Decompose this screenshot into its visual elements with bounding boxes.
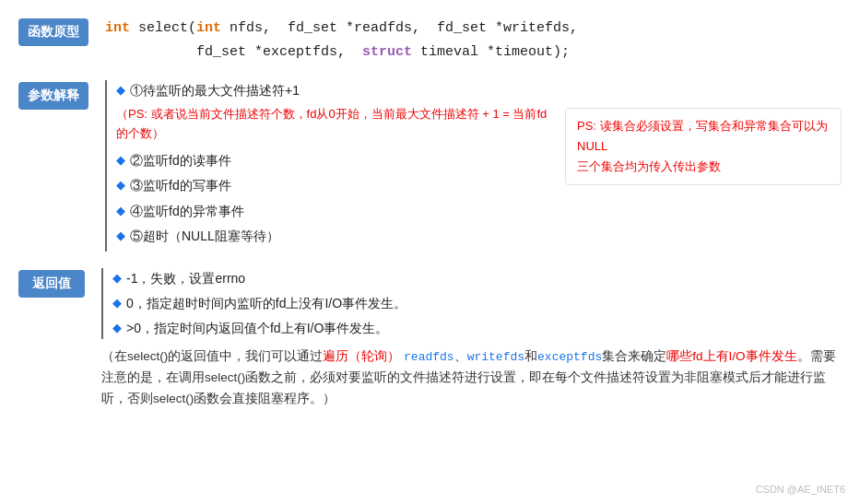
param-2-text: ②监听fd的读事件 bbox=[130, 150, 231, 170]
code-block: int select(int nfds, fd_set *readfds, fd… bbox=[105, 17, 842, 64]
diamond-1: ◆ bbox=[116, 81, 125, 100]
hl-which-fd: 哪些fd上有I/O事件发生 bbox=[666, 349, 796, 363]
ps-box-line1: PS: 读集合必须设置，写集合和异常集合可以为 NULL bbox=[577, 119, 828, 153]
ps-box-line2: 三个集合均为传入传出参数 bbox=[577, 159, 721, 173]
return-item-2: ◆ 0，指定超时时间内监听的fd上没有I/O事件发生。 bbox=[112, 293, 842, 313]
code-line2-indent: fd_set *exceptfds, bbox=[105, 44, 362, 60]
diamond-4: ◆ bbox=[116, 202, 125, 221]
param-item-3: ◆ ③监听fd的写事件 bbox=[116, 175, 548, 195]
return-2-text: 0，指定超时时间内监听的fd上没有I/O事件发生。 bbox=[126, 293, 406, 313]
params-content: ◆ ①待监听的最大文件描述符+1 （PS: 或者说当前文件描述符个数，fd从0开… bbox=[105, 80, 842, 252]
ret-diamond-3: ◆ bbox=[112, 319, 122, 338]
prototype-label: 函数原型 bbox=[18, 18, 88, 46]
return-content: ◆ -1，失败，设置errno ◆ 0，指定超时时间内监听的fd上没有I/O事件… bbox=[101, 268, 842, 410]
return-section: 返回值 ◆ -1，失败，设置errno ◆ 0，指定超时时间内监听的fd上没有I… bbox=[18, 268, 842, 410]
param-4-text: ④监听fd的异常事件 bbox=[130, 201, 244, 221]
hl-exceptfds: exceptfds bbox=[537, 350, 602, 364]
return-item-1: ◆ -1，失败，设置errno bbox=[112, 268, 842, 288]
params-section: 参数解释 ◆ ①待监听的最大文件描述符+1 （PS: 或者说当前文件描述符个数，… bbox=[18, 80, 842, 252]
param-5-text: ⑤超时（NULL阻塞等待） bbox=[130, 226, 279, 246]
diamond-5: ◆ bbox=[116, 227, 125, 246]
prototype-content: int select(int nfds, fd_set *readfds, fd… bbox=[105, 17, 842, 64]
code-int-1: int bbox=[105, 20, 130, 36]
ps-note-inline: （PS: 或者说当前文件描述符个数，fd从0开始，当前最大文件描述符 + 1 =… bbox=[116, 105, 548, 144]
code-select: select( bbox=[130, 20, 196, 36]
ps-box: PS: 读集合必须设置，写集合和异常集合可以为 NULL 三个集合均为传入传出参… bbox=[565, 108, 842, 185]
param-item-1: ◆ ①待监听的最大文件描述符+1 bbox=[116, 80, 548, 100]
ret-diamond-1: ◆ bbox=[112, 269, 122, 288]
params-label: 参数解释 bbox=[18, 82, 88, 110]
param-item-5: ◆ ⑤超时（NULL阻塞等待） bbox=[116, 226, 548, 246]
return-3-text: >0，指定时间内返回值个fd上有I/O事件发生。 bbox=[126, 318, 388, 338]
bottom-note: （在select()的返回值中，我们可以通过遍历（轮询） readfds、wri… bbox=[101, 346, 842, 410]
code-line1-rest: nfds, fd_set *readfds, fd_set *writefds, bbox=[221, 20, 578, 36]
diamond-2: ◆ bbox=[116, 151, 125, 170]
code-struct: struct bbox=[362, 44, 412, 60]
code-int-2: int bbox=[196, 20, 221, 36]
watermark: CSDN @AE_INET6 bbox=[756, 484, 845, 495]
prototype-section: 函数原型 int select(int nfds, fd_set *readfd… bbox=[18, 17, 842, 64]
return-1-text: -1，失败，设置errno bbox=[126, 268, 245, 288]
params-outer: ◆ ①待监听的最大文件描述符+1 （PS: 或者说当前文件描述符个数，fd从0开… bbox=[105, 80, 842, 252]
return-label: 返回值 bbox=[18, 270, 85, 298]
param-item-2: ◆ ②监听fd的读事件 bbox=[116, 150, 548, 170]
ret-diamond-2: ◆ bbox=[112, 294, 122, 313]
hl-traverse: 遍历（轮询） bbox=[323, 349, 400, 363]
code-line2-rest: timeval *timeout); bbox=[412, 44, 570, 60]
param-3-text: ③监听fd的写事件 bbox=[130, 175, 231, 195]
param-item-4: ◆ ④监听fd的异常事件 bbox=[116, 201, 548, 221]
return-item-3: ◆ >0，指定时间内返回值个fd上有I/O事件发生。 bbox=[112, 318, 842, 338]
return-list: ◆ -1，失败，设置errno ◆ 0，指定超时时间内监听的fd上没有I/O事件… bbox=[101, 268, 842, 339]
hl-writefds: writefds bbox=[467, 350, 524, 364]
hl-readfds: readfds bbox=[404, 350, 454, 364]
params-list: ◆ ①待监听的最大文件描述符+1 （PS: 或者说当前文件描述符个数，fd从0开… bbox=[105, 80, 548, 252]
param-1-text: ①待监听的最大文件描述符+1 bbox=[130, 80, 300, 100]
diamond-3: ◆ bbox=[116, 176, 125, 195]
